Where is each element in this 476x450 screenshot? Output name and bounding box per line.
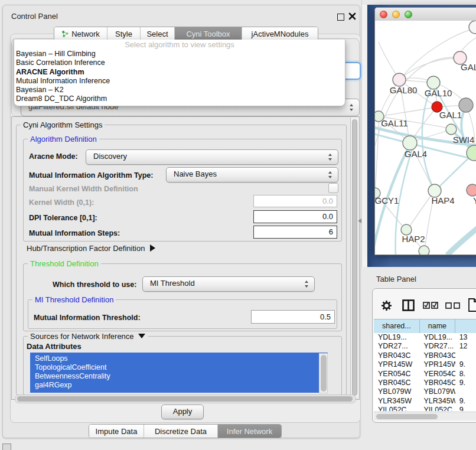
mi-algorithm-type-value: Naive Bayes [167,168,338,181]
manual-kernel-width-label: Manual Kernel Width Definition [29,185,138,193]
algorithm-option[interactable]: Dream8 DC_TDC Algorithm [14,94,345,103]
tab-select[interactable]: Select [140,27,174,40]
network-window-titlebar[interactable] [375,8,476,21]
manual-kernel-width-checkbox[interactable] [328,183,338,193]
attribute-list-scrollbar[interactable] [319,353,328,393]
node-label: GAL10 [425,88,452,98]
column-header-shared-name[interactable]: shared... [374,319,420,333]
table-row[interactable]: YDR27... YDR27... 12 [374,342,476,351]
tab-discretize-data[interactable]: Discretize Data [144,425,217,438]
control-panel: Control Panel Network Style Select Cyni … [2,5,360,438]
tab-network[interactable]: Network [54,27,107,40]
table-panel-title: Table Panel [376,275,416,283]
attribute-item-selected[interactable]: TopologicalCoefficient [30,363,328,372]
deselect-checkboxes-icon[interactable] [445,302,461,309]
collapse-left-arrow-icon[interactable] [358,219,361,223]
table-horizontal-scrollbar[interactable] [374,412,476,420]
table-row[interactable]: YLR345W YLR345W 9. [374,397,476,406]
node-gal4[interactable] [403,136,417,150]
new-document-icon[interactable] [468,298,476,312]
sources-group-title: Sources for Network Inference [30,332,134,341]
mi-steps-field[interactable]: 6 [253,226,337,239]
node-gal10[interactable] [427,76,440,89]
attribute-item-selected[interactable]: gal4RGexp [30,381,328,390]
algorithm-dropdown-popup: Select algorithm to view settings Bayesi… [14,40,345,106]
scrollbar-thumb[interactable] [352,119,357,396]
cyni-algorithm-settings-title: Cyni Algorithm Settings [21,120,105,129]
kernel-width-field[interactable]: 0.0 [253,195,337,207]
tab-impute-data[interactable]: Impute Data [89,425,144,438]
node-gal80[interactable] [393,73,406,86]
table-row[interactable]: YIL052C YIL052C 9. [374,406,476,411]
scrollbar-thumb[interactable] [321,355,327,392]
algorithm-option[interactable]: Bayesian – K2 [14,86,345,94]
kernel-width-label: Kernel Width (0,1): [29,198,94,207]
hub-definition-label: Hub/Transcription Factor Definition [27,244,145,253]
dpi-tolerance-label: DPI Tolerance [0,1]: [29,214,97,222]
float-window-icon[interactable] [337,14,344,21]
which-threshold-combo[interactable]: MI Threshold [142,276,315,292]
mi-algorithm-type-combo[interactable]: Naive Bayes [166,167,338,182]
apply-button[interactable]: Apply [161,405,204,419]
table-row[interactable]: YBR043C YBR043C [374,351,476,360]
network-canvas[interactable]: GAL80 GAL10 GAL1 GAL11 GAL4 SWI4 GCY1 HA… [375,21,476,255]
cell: YBL079W [419,387,455,396]
tab-style[interactable]: Style [107,27,140,40]
node-label: SWI4 [453,135,475,145]
table-row[interactable]: YBR045C YBR045C 9. [374,379,476,387]
algorithm-option-selected[interactable]: ARACNE Algorithm [14,68,345,77]
cell: 13 [455,333,476,342]
table-row[interactable]: YPR145W YPR145W 9. [374,360,476,369]
mi-threshold-field[interactable]: 0.5 [251,310,335,324]
select-all-checkboxes-icon[interactable] [423,302,438,309]
algorithm-option[interactable]: Basic Correlation Inference [14,58,345,67]
split-columns-icon[interactable] [402,299,415,311]
cell: YER054C [419,370,455,379]
cell: YIL052C [419,406,455,411]
settings-gear-icon[interactable] [381,300,392,311]
attribute-item-selected[interactable]: SelfLoops [30,354,328,363]
scrollbar-thumb[interactable] [376,414,438,419]
expand-right-icon [150,244,155,252]
tab-infer-network[interactable]: Infer Network [217,425,281,438]
zoom-traffic-light-icon[interactable] [405,11,412,18]
sources-group-toggle[interactable]: Sources for Network Inference [28,332,148,341]
algorithm-option[interactable]: Bayesian – Hill Climbing [14,50,345,58]
dpi-tolerance-field[interactable]: 0.0 [253,210,337,223]
algorithm-option[interactable]: Mutual Information Inference [14,77,345,86]
table-row[interactable]: YER054C YER054C 8. [374,370,476,379]
tab-cyni-toolbox[interactable]: Cyni Toolbox [174,27,242,40]
column-header-name[interactable]: name [420,319,455,333]
screen: Control Panel Network Style Select Cyni … [0,0,476,450]
close-icon[interactable] [348,12,356,20]
tab-jactivemnodules[interactable]: jActiveMNodules [242,27,318,40]
cell: 9. [455,406,476,411]
column-header-clipped[interactable] [455,319,476,333]
aracne-mode-value: Discovery [86,150,338,163]
node-swi4[interactable] [446,124,457,135]
collapsed-panel-fragment[interactable] [2,444,11,450]
node-y-pink[interactable] [467,184,476,196]
cell [455,387,476,396]
control-panel-tab-bar: Network Style Select Cyni Toolbox jActiv… [54,27,318,41]
stepper-icon [328,154,332,161]
cell: YBR045C [419,379,455,387]
scrollbar-thumb[interactable] [17,396,353,402]
cell: YDL19... [374,333,419,342]
minimize-traffic-light-icon[interactable] [392,11,400,18]
which-threshold-label: Which threshold to use: [53,281,136,289]
aracne-mode-combo[interactable]: Discovery [86,149,338,165]
close-traffic-light-icon[interactable] [380,11,387,18]
node-unlabeled-bottom[interactable] [419,246,429,255]
table-row[interactable]: YBL079W YBL079W [374,387,476,396]
hub-definition-toggle[interactable]: Hub/Transcription Factor Definition [27,244,155,253]
settings-vertical-scrollbar[interactable] [350,118,358,397]
settings-horizontal-scrollbar[interactable] [15,394,356,403]
node-label: HAP4 [431,195,454,206]
table-row[interactable]: YDL19... YDL19... 13 [374,333,476,342]
cell: YDR27... [374,342,419,351]
stepper-icon [350,104,354,111]
node-label: GAL [461,62,476,72]
threshold-definition-title: Threshold Definition [28,259,101,268]
attribute-item-selected[interactable]: BetweennessCentrality [30,372,328,381]
